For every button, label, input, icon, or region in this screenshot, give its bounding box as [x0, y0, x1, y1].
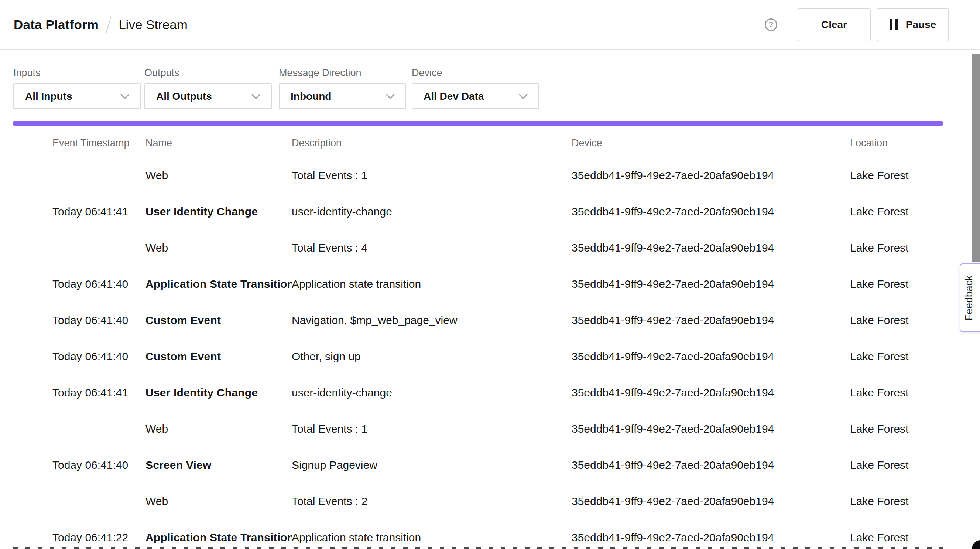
cell-device: 35eddb41-9ff9-49e2-7aed-20afa90eb194 [572, 386, 850, 399]
table-row[interactable]: Today 06:41:40 Application State Transit… [13, 266, 943, 302]
table-row[interactable]: Web Total Events : 1 35eddb41-9ff9-49e2-… [13, 411, 943, 447]
cell-name: Application State Transition [145, 531, 292, 544]
table-row[interactable]: Web Total Events : 4 35eddb41-9ff9-49e2-… [13, 230, 943, 266]
filter-label: Inputs [13, 67, 41, 79]
table-body: Web Total Events : 1 35eddb41-9ff9-49e2-… [13, 157, 943, 549]
cell-timestamp: Today 06:41:22 [52, 531, 145, 544]
help-icon[interactable]: ? [765, 19, 777, 31]
cell-timestamp: Today 06:41:40 [52, 350, 145, 363]
outputs-select[interactable]: All Outputs [145, 83, 272, 109]
cell-location: Lake Forest [850, 531, 943, 544]
cell-description: Navigation, $mp_web_page_view [292, 314, 572, 327]
cell-timestamp: Today 06:41:41 [52, 386, 145, 399]
cell-location: Lake Forest [850, 495, 943, 508]
cell-device: 35eddb41-9ff9-49e2-7aed-20afa90eb194 [572, 242, 850, 254]
pause-button[interactable]: Pause [877, 8, 949, 41]
cell-description: Total Events : 4 [292, 242, 572, 254]
chevron-down-icon [519, 94, 528, 99]
cell-name: Web [145, 423, 292, 435]
cell-name: Web [145, 495, 292, 508]
cell-location: Lake Forest [850, 169, 943, 182]
top-bar: Data Platform Live Stream ? Clear Pause [0, 0, 980, 49]
clear-button[interactable]: Clear [798, 8, 871, 41]
pause-icon [889, 19, 898, 30]
table-row[interactable]: Today 06:41:40 Custom Event Navigation, … [13, 302, 943, 338]
table-row[interactable]: Web Total Events : 1 35eddb41-9ff9-49e2-… [13, 157, 943, 193]
vertical-scrollbar[interactable] [972, 54, 980, 262]
table-row[interactable]: Today 06:41:40 Screen View Signup Pagevi… [13, 447, 943, 483]
cell-timestamp: Today 06:41:40 [52, 314, 145, 327]
breadcrumb: Data Platform Live Stream [14, 0, 188, 49]
cell-timestamp: Today 06:41:40 [52, 278, 145, 290]
cell-timestamp: Today 06:41:40 [52, 459, 145, 471]
live-stream-progress-bar [13, 121, 943, 126]
cell-name: Application State Transition [145, 278, 292, 290]
cell-location: Lake Forest [850, 278, 943, 290]
device-select[interactable]: All Dev Data [412, 83, 539, 109]
column-header-description: Description [292, 137, 572, 149]
cell-device: 35eddb41-9ff9-49e2-7aed-20afa90eb194 [572, 531, 850, 544]
chevron-down-icon [120, 94, 130, 99]
cell-device: 35eddb41-9ff9-49e2-7aed-20afa90eb194 [572, 495, 850, 508]
column-header-device: Device [572, 137, 850, 149]
cell-name: Custom Event [145, 350, 292, 363]
chevron-down-icon [385, 94, 395, 99]
feedback-tab[interactable]: Feedback [960, 263, 980, 332]
cell-location: Lake Forest [850, 386, 943, 399]
cell-device: 35eddb41-9ff9-49e2-7aed-20afa90eb194 [572, 314, 850, 327]
page-title: Live Stream [119, 18, 188, 32]
table-row[interactable]: Today 06:41:40 Custom Event Other, sign … [13, 338, 943, 375]
cell-description: user-identity-change [292, 206, 572, 218]
cell-name: Custom Event [145, 314, 292, 327]
table-row[interactable]: Today 06:41:41 User Identity Change user… [13, 375, 943, 411]
filter-bar: Inputs All Inputs Outputs All Outputs Me… [0, 50, 980, 120]
cell-device: 35eddb41-9ff9-49e2-7aed-20afa90eb194 [572, 206, 850, 218]
cell-name: User Identity Change [145, 206, 292, 218]
incoming-events-dashed-line [13, 547, 943, 549]
cell-timestamp: Today 06:41:41 [52, 206, 145, 218]
cell-name: Web [145, 169, 292, 182]
cell-description: Total Events : 2 [292, 495, 572, 508]
cell-location: Lake Forest [850, 242, 943, 254]
cell-description: Total Events : 1 [292, 423, 572, 435]
cell-location: Lake Forest [850, 206, 943, 218]
table-header: Event Timestamp Name Description Device … [13, 130, 943, 156]
cell-description: Other, sign up [292, 350, 572, 363]
cell-description: user-identity-change [292, 386, 572, 399]
breadcrumb-separator [106, 16, 111, 33]
column-header-location: Location [850, 137, 943, 149]
column-header-name: Name [145, 137, 292, 149]
cell-description: Total Events : 1 [292, 169, 572, 182]
filter-label: Device [412, 67, 442, 79]
topbar-actions: ? Clear Pause [765, 0, 949, 49]
column-header-timestamp: Event Timestamp [52, 137, 145, 149]
cell-description: Application state transition [292, 278, 572, 290]
cell-device: 35eddb41-9ff9-49e2-7aed-20afa90eb194 [572, 278, 850, 290]
chat-launcher-icon[interactable] [972, 540, 980, 549]
cell-location: Lake Forest [850, 459, 943, 471]
filter-label: Outputs [145, 67, 180, 79]
cell-location: Lake Forest [850, 423, 943, 435]
table-row[interactable]: Today 06:41:22 Application State Transit… [13, 519, 943, 549]
message-direction-select[interactable]: Inbound [279, 83, 406, 109]
cell-name: User Identity Change [145, 386, 292, 399]
cell-device: 35eddb41-9ff9-49e2-7aed-20afa90eb194 [572, 169, 850, 182]
inputs-select[interactable]: All Inputs [13, 83, 141, 109]
cell-location: Lake Forest [850, 314, 943, 327]
cell-location: Lake Forest [850, 350, 943, 363]
cell-name: Web [145, 242, 292, 254]
cell-description: Signup Pageview [292, 459, 572, 471]
cell-device: 35eddb41-9ff9-49e2-7aed-20afa90eb194 [572, 423, 850, 435]
cell-name: Screen View [145, 459, 292, 471]
breadcrumb-root[interactable]: Data Platform [14, 18, 99, 32]
cell-device: 35eddb41-9ff9-49e2-7aed-20afa90eb194 [572, 350, 850, 363]
cell-description: Application state transition [292, 531, 572, 544]
table-row[interactable]: Web Total Events : 2 35eddb41-9ff9-49e2-… [13, 483, 943, 519]
table-row[interactable]: Today 06:41:41 User Identity Change user… [13, 193, 943, 230]
chevron-down-icon [251, 94, 261, 99]
cell-device: 35eddb41-9ff9-49e2-7aed-20afa90eb194 [572, 459, 850, 471]
filter-label: Message Direction [279, 67, 361, 79]
